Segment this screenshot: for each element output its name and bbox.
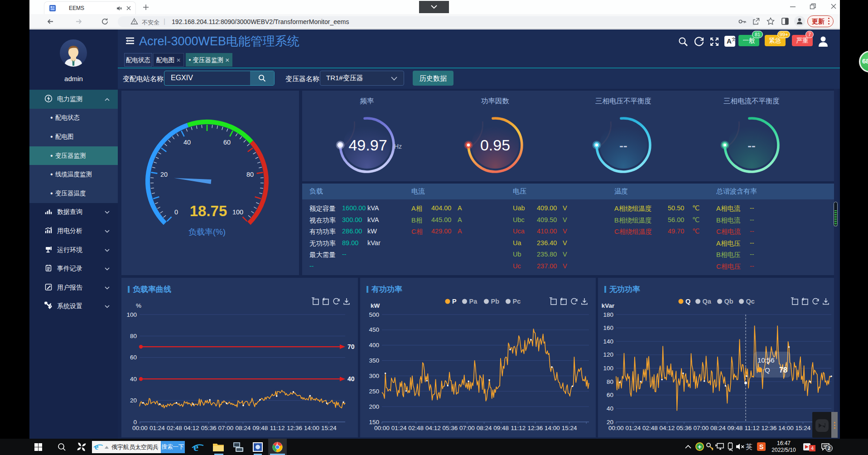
svg-text:02:48: 02:48 — [642, 425, 658, 431]
svg-text:--: -- — [619, 139, 627, 152]
svg-text:11:12: 11:12 — [270, 425, 285, 431]
svg-text:Qc: Qc — [746, 298, 755, 305]
svg-text:P: P — [452, 298, 457, 305]
svg-text:100: 100 — [126, 311, 137, 318]
svg-text:15:24: 15:24 — [562, 425, 577, 431]
svg-text:07:00: 07:00 — [218, 425, 234, 431]
svg-text:14:00: 14:00 — [778, 425, 794, 431]
svg-text:Q: Q — [765, 366, 770, 374]
svg-text:11:12: 11:12 — [511, 425, 526, 431]
svg-text:400: 400 — [369, 342, 379, 349]
svg-text:02:48: 02:48 — [167, 425, 182, 431]
svg-text:40: 40 — [347, 375, 355, 382]
svg-text:60: 60 — [130, 354, 137, 361]
svg-text:00:00: 00:00 — [608, 425, 624, 431]
svg-text:80: 80 — [246, 171, 254, 178]
svg-text:三相电流不平衡度: 三相电流不平衡度 — [723, 97, 780, 105]
svg-text:Pc: Pc — [513, 298, 521, 305]
svg-text:09:48: 09:48 — [728, 425, 743, 431]
svg-text:频率: 频率 — [360, 97, 374, 105]
svg-text:120: 120 — [603, 351, 613, 358]
svg-text:05:36: 05:36 — [676, 425, 692, 431]
svg-text:14:00: 14:00 — [304, 425, 319, 431]
svg-text:Qa: Qa — [703, 298, 712, 305]
svg-text:Pb: Pb — [491, 298, 500, 305]
svg-text:08:24: 08:24 — [477, 425, 492, 431]
svg-text:07:00: 07:00 — [459, 425, 475, 431]
svg-text:40: 40 — [607, 405, 613, 412]
svg-text:450: 450 — [369, 326, 379, 333]
svg-text:0: 0 — [174, 208, 178, 216]
svg-text:04:12: 04:12 — [660, 425, 675, 431]
svg-text:18.75: 18.75 — [190, 203, 227, 219]
svg-text:负载率(%): 负载率(%) — [188, 228, 226, 237]
svg-text:15:24: 15:24 — [796, 425, 811, 431]
svg-text:08:24: 08:24 — [236, 425, 251, 431]
svg-text:20: 20 — [130, 397, 137, 404]
svg-text:三相电压不平衡度: 三相电压不平衡度 — [595, 97, 651, 105]
svg-text:40: 40 — [130, 376, 137, 382]
svg-text:12:36: 12:36 — [528, 425, 543, 431]
svg-text:--: -- — [747, 139, 755, 152]
svg-text:kVar: kVar — [602, 302, 615, 309]
svg-text:0.95: 0.95 — [480, 136, 510, 154]
svg-text:300: 300 — [369, 373, 379, 379]
svg-text:80: 80 — [607, 378, 613, 385]
svg-text:140: 140 — [603, 338, 613, 345]
svg-text:04:12: 04:12 — [425, 425, 441, 431]
svg-text:180: 180 — [603, 311, 613, 318]
svg-text:70: 70 — [347, 343, 355, 350]
svg-text:04:12: 04:12 — [184, 425, 199, 431]
svg-text:500: 500 — [369, 311, 379, 318]
svg-text:49.97: 49.97 — [348, 136, 387, 154]
svg-text:00:00: 00:00 — [374, 425, 390, 431]
svg-text:20: 20 — [160, 171, 168, 178]
svg-text:250: 250 — [369, 388, 379, 395]
svg-text:09:48: 09:48 — [493, 425, 509, 431]
svg-text:07:00: 07:00 — [694, 425, 709, 431]
svg-text:200: 200 — [369, 403, 379, 410]
svg-text:%: % — [136, 302, 141, 309]
svg-text:05:36: 05:36 — [443, 425, 458, 431]
svg-text:kW: kW — [371, 302, 380, 309]
svg-text:100: 100 — [232, 208, 243, 216]
svg-text:12:36: 12:36 — [287, 425, 302, 431]
svg-text:09:48: 09:48 — [252, 425, 268, 431]
svg-text:02:48: 02:48 — [408, 425, 424, 431]
svg-text:15:24: 15:24 — [321, 425, 337, 431]
svg-text:10:56: 10:56 — [757, 356, 775, 364]
svg-text:14:00: 14:00 — [545, 425, 560, 431]
svg-text:Q: Q — [685, 298, 690, 305]
svg-text:40: 40 — [183, 139, 191, 146]
svg-text:80: 80 — [130, 333, 137, 339]
svg-text:78: 78 — [779, 366, 787, 374]
svg-text:功率因数: 功率因数 — [481, 97, 510, 105]
svg-text:08:24: 08:24 — [710, 425, 726, 431]
svg-text:05:36: 05:36 — [201, 425, 217, 431]
svg-text:11:12: 11:12 — [745, 425, 760, 431]
svg-text:00:00: 00:00 — [132, 425, 148, 431]
svg-text:12:36: 12:36 — [762, 425, 777, 431]
svg-text:100: 100 — [603, 365, 613, 372]
svg-text:01:24: 01:24 — [391, 425, 407, 431]
svg-text:60: 60 — [223, 139, 231, 146]
svg-text:350: 350 — [369, 357, 379, 364]
svg-text:Hz: Hz — [394, 143, 402, 150]
svg-text:Qb: Qb — [724, 298, 733, 305]
svg-text:01:24: 01:24 — [626, 425, 641, 431]
svg-text:01:24: 01:24 — [149, 425, 165, 431]
svg-text:160: 160 — [603, 324, 613, 331]
svg-text:Pa: Pa — [469, 298, 478, 305]
svg-text:60: 60 — [607, 392, 613, 398]
